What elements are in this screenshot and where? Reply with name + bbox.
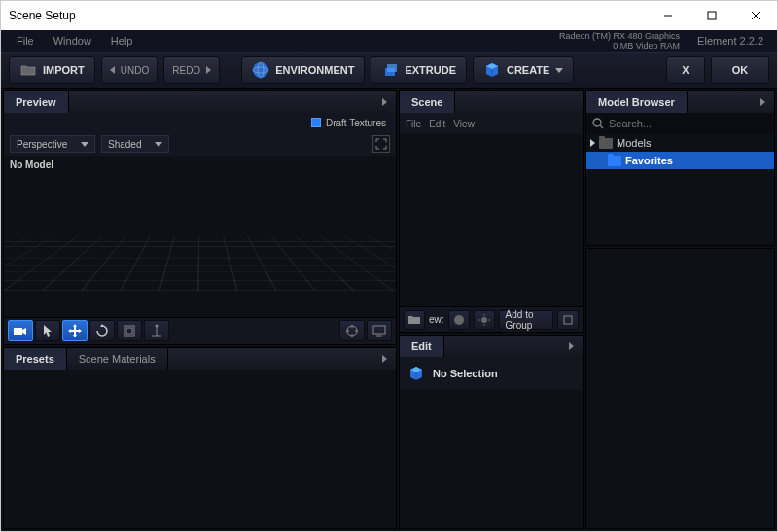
globe-icon	[252, 61, 269, 79]
perspective-dropdown[interactable]: Perspective	[10, 135, 95, 153]
rotate-tool-button[interactable]	[89, 320, 115, 341]
tab-edit[interactable]: Edit	[400, 336, 444, 357]
add-to-group-button[interactable]: Add to Group	[499, 310, 553, 330]
environment-button[interactable]: ENVIRONMENT	[241, 56, 365, 84]
browser-preview-body	[586, 249, 774, 528]
window-minimize-button[interactable]	[646, 1, 690, 30]
ok-button[interactable]: OK	[711, 56, 769, 84]
search-icon	[592, 118, 604, 129]
browser-search-row	[586, 113, 774, 134]
menu-window[interactable]: Window	[44, 35, 101, 47]
tab-preview[interactable]: Preview	[4, 91, 69, 113]
svg-point-30	[593, 119, 601, 126]
window-maximize-button[interactable]	[690, 1, 733, 30]
cube-icon	[483, 61, 501, 79]
viewport-toolbar	[4, 317, 396, 344]
svg-point-14	[156, 325, 159, 328]
folder-icon	[599, 138, 613, 149]
svg-point-22	[454, 315, 464, 325]
scene-panel-header: Scene	[400, 91, 583, 113]
svg-rect-11	[126, 328, 132, 334]
gpu-name: Radeon (TM) RX 480 Graphics	[559, 31, 680, 41]
create-button[interactable]: CREATE	[473, 56, 574, 84]
draft-textures-row: Draft Textures	[4, 113, 396, 132]
fullscreen-button[interactable]	[372, 135, 390, 153]
scene-submenu: File Edit View	[400, 113, 583, 134]
import-button[interactable]: IMPORT	[9, 56, 95, 84]
tab-presets[interactable]: Presets	[4, 348, 67, 370]
scene-tree[interactable]	[400, 134, 583, 306]
redo-button[interactable]: REDO	[163, 56, 220, 84]
new-light-button[interactable]	[474, 310, 495, 330]
menubar: File Window Help Radeon (TM) RX 480 Grap…	[1, 30, 777, 52]
draft-textures-checkbox[interactable]	[311, 118, 321, 127]
browser-tree[interactable]: Models Favorites	[586, 134, 774, 245]
panel-expand-icon[interactable]	[376, 351, 392, 367]
svg-rect-9	[14, 328, 22, 335]
scene-options-button[interactable]	[557, 310, 579, 330]
scene-footer: ew: Add to Group	[400, 306, 583, 332]
gpu-info: Radeon (TM) RX 480 Graphics 0 MB Video R…	[559, 31, 690, 51]
tab-scene[interactable]: Scene	[400, 91, 455, 113]
window-close-button[interactable]	[733, 1, 777, 30]
menu-file[interactable]: File	[7, 35, 44, 47]
svg-point-23	[481, 317, 487, 323]
shaded-dropdown[interactable]: Shaded	[101, 135, 169, 153]
svg-rect-1	[708, 12, 716, 19]
panel-expand-icon[interactable]	[563, 338, 579, 354]
presets-body	[4, 370, 396, 528]
extrude-icon	[381, 61, 399, 79]
folder-icon	[19, 61, 37, 79]
no-model-label: No Model	[10, 160, 53, 170]
scene-file-menu[interactable]: File	[406, 119, 421, 129]
chevron-left-icon	[110, 66, 115, 74]
tree-item-models[interactable]: Models	[586, 134, 774, 152]
panel-expand-icon[interactable]	[755, 94, 770, 110]
browser-search-input[interactable]	[609, 118, 768, 129]
new-folder-button[interactable]	[404, 310, 425, 330]
menu-help[interactable]: Help	[101, 35, 143, 47]
chevron-down-icon	[81, 142, 88, 147]
move-tool-button[interactable]	[62, 320, 88, 341]
main-toolbar: IMPORT UNDO REDO ENVIRONMENT	[1, 52, 777, 89]
tree-item-favorites[interactable]: Favorites	[586, 152, 774, 169]
chevron-down-icon	[155, 142, 162, 147]
new-sphere-button[interactable]	[448, 310, 470, 330]
svg-rect-28	[564, 316, 572, 324]
extrude-button[interactable]: EXTRUDE	[371, 56, 467, 84]
anchor-tool-button[interactable]	[144, 320, 169, 341]
scene-view-menu[interactable]: View	[453, 119, 475, 129]
focus-tool-button[interactable]	[339, 320, 365, 341]
window-titlebar: Scene Setup	[1, 1, 777, 30]
scale-tool-button[interactable]	[117, 320, 142, 341]
cube-icon	[407, 365, 425, 382]
camera-tool-button[interactable]	[8, 320, 33, 341]
svg-rect-20	[373, 326, 385, 334]
new-label: ew:	[429, 314, 444, 325]
app-brand: Element 2.2.2	[690, 35, 771, 47]
render-tool-button[interactable]	[367, 320, 392, 341]
preview-viewport[interactable]: No Model	[4, 156, 396, 317]
browser-panel-header: Model Browser	[586, 91, 774, 113]
cancel-button[interactable]: X	[666, 56, 705, 84]
viewport-grid	[4, 236, 396, 291]
svg-line-31	[600, 125, 603, 128]
scene-edit-menu[interactable]: Edit	[429, 119, 445, 129]
edit-selection-row: No Selection	[400, 357, 583, 390]
presets-panel-header: Presets Scene Materials	[4, 348, 396, 370]
edit-panel-header: Edit	[400, 336, 583, 357]
folder-icon	[608, 156, 621, 166]
svg-point-4	[253, 62, 268, 78]
panel-expand-icon[interactable]	[376, 94, 392, 110]
tab-scene-materials[interactable]: Scene Materials	[67, 348, 168, 370]
chevron-down-icon	[555, 68, 563, 73]
gpu-vram: 0 MB Video RAM	[559, 41, 680, 51]
preview-panel-header: Preview	[4, 91, 396, 113]
edit-body	[400, 390, 583, 528]
no-selection-label: No Selection	[433, 368, 498, 379]
undo-button[interactable]: UNDO	[101, 56, 158, 84]
select-tool-button[interactable]	[35, 320, 60, 341]
draft-textures-label: Draft Textures	[326, 118, 386, 128]
tab-model-browser[interactable]: Model Browser	[586, 91, 688, 113]
window-title: Scene Setup	[9, 9, 76, 22]
